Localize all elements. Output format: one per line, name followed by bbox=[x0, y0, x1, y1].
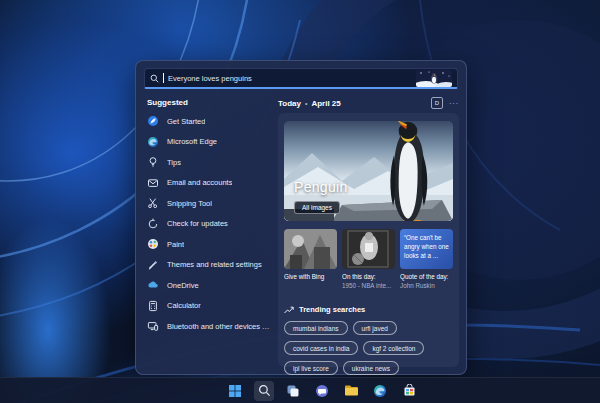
suggested-item-label: Calculator bbox=[167, 301, 201, 310]
get-started-icon bbox=[147, 115, 159, 127]
search-icon bbox=[150, 74, 159, 83]
penguin-hero-card[interactable]: Penguin All images bbox=[284, 121, 453, 221]
give-with-bing-card[interactable]: Give with Bing bbox=[284, 229, 337, 291]
email-icon bbox=[147, 177, 159, 189]
d-badge-button[interactable]: D bbox=[431, 97, 443, 109]
chat-icon bbox=[315, 384, 329, 398]
trending-chip[interactable]: covid cases in india bbox=[284, 341, 358, 355]
suggested-item-label: OneDrive bbox=[167, 281, 199, 290]
start-button[interactable] bbox=[225, 381, 245, 401]
taskbar-search-icon bbox=[258, 384, 271, 397]
suggested-item-bluetooth-devices[interactable]: Bluetooth and other devices sett... bbox=[144, 316, 272, 337]
trending-chips: mumbai indians urfi javed covid cases in… bbox=[284, 321, 453, 375]
quote-text: “One can't be angry when one looks at a … bbox=[400, 229, 453, 269]
search-input[interactable]: Everyone loves penguins bbox=[144, 68, 458, 89]
today-header: Today • April 25 D ··· bbox=[278, 97, 459, 109]
suggested-item-label: Email and accounts bbox=[167, 178, 232, 187]
updates-sync-icon bbox=[147, 218, 159, 230]
penguin-snow-illustration bbox=[416, 70, 452, 87]
file-explorer-icon bbox=[344, 384, 359, 397]
suggested-item-label: Bluetooth and other devices sett... bbox=[167, 322, 272, 331]
today-date: April 25 bbox=[311, 99, 340, 108]
suggested-item-tips[interactable]: Tips bbox=[144, 152, 272, 173]
suggested-item-label: Paint bbox=[167, 240, 184, 249]
file-explorer-button[interactable] bbox=[341, 381, 361, 401]
hero-title: Penguin bbox=[294, 179, 347, 195]
store-button[interactable] bbox=[399, 381, 419, 401]
suggested-item-label: Tips bbox=[167, 158, 181, 167]
suggested-item-check-updates[interactable]: Check for updates bbox=[144, 214, 272, 235]
suggested-item-themes-settings[interactable]: Themes and related settings bbox=[144, 255, 272, 276]
suggested-item-microsoft-edge[interactable]: Microsoft Edge bbox=[144, 132, 272, 153]
trending-chip[interactable]: urfi javed bbox=[353, 321, 397, 335]
suggested-item-label: Microsoft Edge bbox=[167, 137, 217, 146]
task-view-icon bbox=[286, 384, 300, 398]
more-options-icon[interactable]: ··· bbox=[449, 100, 459, 107]
suggested-item-label: Snipping Tool bbox=[167, 199, 212, 208]
windows-logo-icon bbox=[228, 384, 242, 398]
store-icon bbox=[403, 384, 416, 397]
all-images-button[interactable]: All images bbox=[294, 201, 340, 214]
paint-palette-icon bbox=[147, 238, 159, 250]
trending-chip[interactable]: kgf 2 collection bbox=[363, 341, 424, 355]
edge-icon bbox=[147, 136, 159, 148]
chat-button[interactable] bbox=[312, 381, 332, 401]
today-panel: Penguin All images bbox=[278, 113, 459, 367]
on-this-day-thumbnail bbox=[342, 229, 395, 269]
edge-browser-icon bbox=[373, 384, 387, 398]
suggested-title: Suggested bbox=[147, 98, 188, 107]
quote-of-the-day-card[interactable]: “One can't be angry when one looks at a … bbox=[400, 229, 453, 291]
suggested-item-get-started[interactable]: Get Started bbox=[144, 111, 272, 132]
suggested-item-paint[interactable]: Paint bbox=[144, 234, 272, 255]
search-query-text: Everyone loves penguins bbox=[168, 74, 252, 83]
suggested-item-email-accounts[interactable]: Email and accounts bbox=[144, 173, 272, 194]
edge-browser-button[interactable] bbox=[370, 381, 390, 401]
text-caret bbox=[163, 73, 164, 83]
trending-chip[interactable]: mumbai indians bbox=[284, 321, 348, 335]
cards-row: Give with Bing On bbox=[284, 229, 453, 291]
on-this-day-card[interactable]: On this day: 1950 - NBA inte... bbox=[342, 229, 395, 291]
trending-chip[interactable]: ukraine news bbox=[343, 361, 399, 375]
trending-section: Trending searches mumbai indians urfi ja… bbox=[284, 305, 453, 375]
trending-title: Trending searches bbox=[299, 305, 365, 314]
search-flyout: Everyone loves penguins Suggested bbox=[135, 60, 467, 375]
card-caption: Quote of the day: bbox=[400, 273, 453, 282]
card-caption: Give with Bing bbox=[284, 273, 337, 282]
devices-icon bbox=[147, 320, 159, 332]
task-view-button[interactable] bbox=[283, 381, 303, 401]
calculator-icon bbox=[147, 300, 159, 312]
onedrive-cloud-icon bbox=[147, 279, 159, 291]
suggested-item-label: Check for updates bbox=[167, 219, 228, 228]
suggested-item-label: Get Started bbox=[167, 117, 205, 126]
tips-bulb-icon bbox=[147, 156, 159, 168]
give-with-bing-thumbnail bbox=[284, 229, 337, 269]
trending-icon bbox=[284, 306, 294, 314]
suggested-list: Get Started Microsoft Edge Tips Email an… bbox=[144, 111, 272, 337]
trending-chip[interactable]: ipl live score bbox=[284, 361, 338, 375]
search-button[interactable] bbox=[254, 381, 274, 401]
suggested-item-snipping-tool[interactable]: Snipping Tool bbox=[144, 193, 272, 214]
suggested-item-label: Themes and related settings bbox=[167, 260, 262, 269]
suggested-item-onedrive[interactable]: OneDrive bbox=[144, 275, 272, 296]
desktop: Everyone loves penguins Suggested bbox=[0, 0, 600, 403]
suggested-item-calculator[interactable]: Calculator bbox=[144, 296, 272, 317]
card-subcaption: John Ruskin bbox=[400, 282, 453, 291]
card-subcaption: 1950 - NBA inte... bbox=[342, 282, 395, 291]
taskbar bbox=[0, 377, 600, 403]
today-label: Today bbox=[278, 99, 301, 108]
card-caption: On this day: bbox=[342, 273, 395, 282]
penguin-image bbox=[380, 121, 436, 221]
themes-pencil-icon bbox=[147, 259, 159, 271]
snipping-tool-icon bbox=[147, 197, 159, 209]
today-separator: • bbox=[305, 100, 307, 107]
